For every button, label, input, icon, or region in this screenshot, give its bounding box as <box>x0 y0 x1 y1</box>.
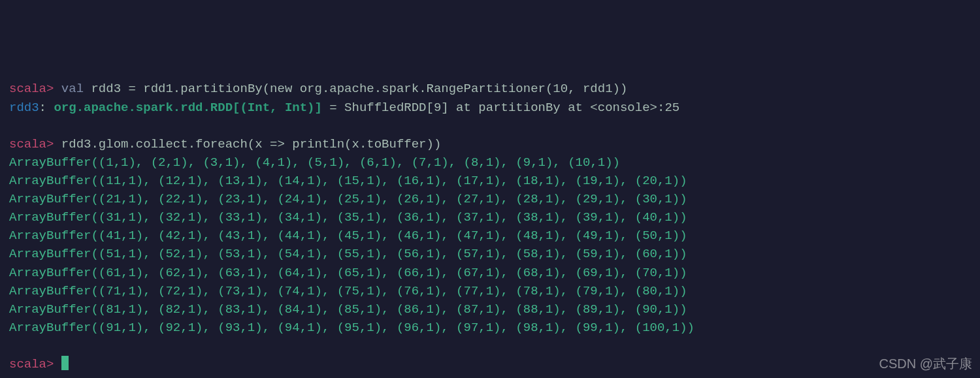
repl-result-1: rdd3: org.apache.spark.rdd.RDD[(Int, Int… <box>9 101 679 115</box>
prompt-label: scala> <box>9 357 54 371</box>
output-line: ArrayBuffer((1,1), (2,1), (3,1), (4,1), … <box>9 155 620 170</box>
terminal-area[interactable]: scala> val rdd3 = rdd1.partitionBy(new o… <box>9 80 971 373</box>
prompt-label: scala> <box>9 82 54 96</box>
result-rest: = ShuffledRDD[9] at partitionBy at <cons… <box>322 101 679 115</box>
cmd1-rest: rdd3 = rdd1.partitionBy(new org.apache.s… <box>84 82 627 96</box>
output-line: ArrayBuffer((21,1), (22,1), (23,1), (24,… <box>9 192 687 206</box>
cursor-icon <box>61 356 69 370</box>
result-var: rdd3 <box>9 101 39 115</box>
output-line: ArrayBuffer((51,1), (52,1), (53,1), (54,… <box>9 247 687 261</box>
keyword-val: val <box>61 82 84 96</box>
output-line: ArrayBuffer((61,1), (62,1), (63,1), (64,… <box>9 266 687 280</box>
output-line: ArrayBuffer((91,1), (92,1), (93,1), (94,… <box>9 321 694 335</box>
repl-line-1: scala> val rdd3 = rdd1.partitionBy(new o… <box>9 82 627 96</box>
cmd2-text: rdd3.glom.collect.foreach(x => println(x… <box>54 137 441 151</box>
output-line: ArrayBuffer((11,1), (12,1), (13,1), (14,… <box>9 174 687 188</box>
repl-line-2: scala> rdd3.glom.collect.foreach(x => pr… <box>9 137 441 151</box>
result-type: org.apache.spark.rdd.RDD[(Int, Int)] <box>54 101 321 115</box>
output-line: ArrayBuffer((81,1), (82,1), (83,1), (84,… <box>9 302 687 317</box>
output-line: ArrayBuffer((71,1), (72,1), (73,1), (74,… <box>9 284 687 298</box>
output-line: ArrayBuffer((41,1), (42,1), (43,1), (44,… <box>9 228 687 243</box>
output-line: ArrayBuffer((31,1), (32,1), (33,1), (34,… <box>9 210 687 225</box>
watermark-text: CSDN @武子康 <box>879 354 972 374</box>
repl-line-3: scala> <box>9 357 69 371</box>
prompt-label: scala> <box>9 137 54 151</box>
result-colon: : <box>39 101 54 115</box>
